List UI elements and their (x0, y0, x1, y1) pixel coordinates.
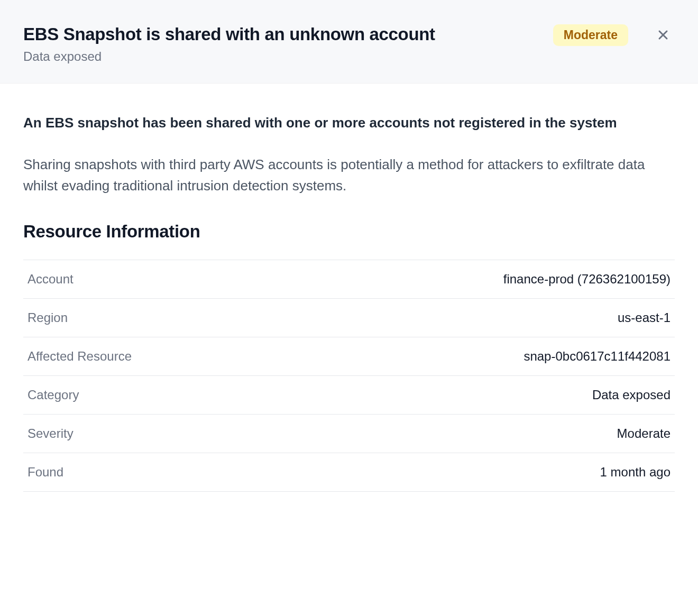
panel-header: EBS Snapshot is shared with an unknown a… (0, 0, 698, 84)
table-row: Account finance-prod (726362100159) (23, 260, 675, 298)
panel-subtitle: Data exposed (23, 49, 553, 64)
close-icon (656, 27, 671, 42)
row-value: snap-0bc0617c11f442081 (524, 349, 671, 364)
row-label: Account (27, 272, 74, 287)
row-label: Severity (27, 426, 74, 441)
row-value: us-east-1 (618, 310, 671, 325)
row-value: 1 month ago (600, 465, 671, 480)
table-row: Severity Moderate (23, 414, 675, 453)
row-label: Category (27, 388, 79, 402)
row-value: Data exposed (592, 388, 671, 402)
header-left: EBS Snapshot is shared with an unknown a… (23, 23, 553, 64)
section-title: Resource Information (23, 222, 675, 242)
close-button[interactable] (651, 23, 675, 47)
row-label: Region (27, 310, 68, 325)
row-label: Affected Resource (27, 349, 132, 364)
header-right: Moderate (553, 23, 675, 47)
finding-summary: An EBS snapshot has been shared with one… (23, 113, 675, 132)
table-row: Affected Resource snap-0bc0617c11f442081 (23, 337, 675, 375)
row-label: Found (27, 465, 63, 480)
table-row: Category Data exposed (23, 375, 675, 414)
finding-description: Sharing snapshots with third party AWS a… (23, 154, 675, 197)
row-value: Moderate (617, 426, 671, 441)
table-row: Found 1 month ago (23, 453, 675, 492)
table-row: Region us-east-1 (23, 298, 675, 337)
severity-badge: Moderate (553, 24, 628, 46)
panel-title: EBS Snapshot is shared with an unknown a… (23, 23, 553, 45)
panel-content: An EBS snapshot has been shared with one… (0, 84, 698, 492)
row-value: finance-prod (726362100159) (503, 272, 671, 287)
resource-info-table: Account finance-prod (726362100159) Regi… (23, 260, 675, 492)
